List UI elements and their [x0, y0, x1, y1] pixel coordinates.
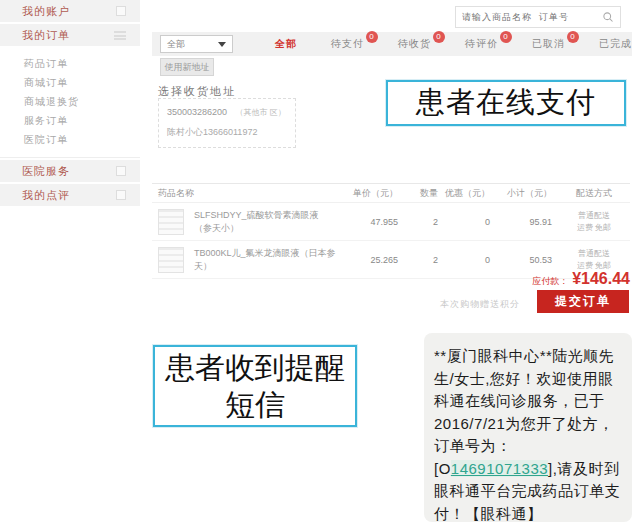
- unit-price: 25.265: [342, 255, 404, 265]
- sidebar-item-service-orders[interactable]: 服务订单: [0, 111, 140, 130]
- discount: 0: [444, 217, 496, 227]
- sidebar-item-account[interactable]: 我的账户: [0, 0, 140, 22]
- unit-price: 47.955: [342, 217, 404, 227]
- subtotal: 95.91: [496, 217, 558, 227]
- address-region-tag: （其他市 区）: [236, 108, 286, 117]
- quantity: 2: [404, 255, 444, 265]
- tab-all[interactable]: 全部: [275, 37, 297, 51]
- sidebar-item-drug-orders[interactable]: 药品订单: [0, 54, 140, 73]
- order-status-tabs: 全部 待支付0 待收货0 待评价0 已取消0 已完成0: [275, 37, 632, 51]
- order-table-header: 药品名称 单价（元） 数量 优惠（元） 小计（元） 配送方式: [152, 183, 630, 203]
- tab-pending-review-badge: 0: [500, 31, 512, 43]
- col-discount: 优惠（元）: [444, 187, 496, 200]
- sms-order-number-link[interactable]: 14691071333: [451, 460, 548, 477]
- col-quantity: 数量: [404, 187, 444, 200]
- order-table: 药品名称 单价（元） 数量 优惠（元） 小计（元） 配送方式 SLFSHDYY_…: [152, 183, 630, 279]
- review-icon: [116, 190, 126, 200]
- total-label: 应付款：: [532, 276, 568, 286]
- sidebar-orders-label: 我的订单: [22, 28, 70, 43]
- points-note: 本次购物赠送积分: [440, 298, 520, 311]
- order-filter-bar: 全部 全部 待支付0 待收货0 待评价0 已取消0 已完成0: [152, 32, 632, 56]
- discount: 0: [444, 255, 496, 265]
- sidebar-divider: [0, 157, 140, 158]
- tab-pending-payment-label: 待支付: [331, 38, 364, 49]
- delivery-method: 普通配送: [578, 249, 610, 258]
- annotation-online-payment: 患者在线支付: [386, 80, 626, 126]
- product-thumbnail: [158, 247, 184, 273]
- col-subtotal: 小计（元）: [496, 187, 558, 200]
- sidebar-account-label: 我的账户: [22, 4, 70, 19]
- tab-cancelled-label: 已取消: [532, 38, 565, 49]
- tab-cancelled[interactable]: 已取消0: [532, 37, 565, 51]
- search-icon[interactable]: [602, 11, 614, 23]
- menu-icon: [114, 31, 126, 40]
- col-drug-name: 药品名称: [152, 187, 342, 200]
- chevron-down-icon: [218, 42, 226, 47]
- sidebar-item-orders[interactable]: 我的订单: [0, 24, 140, 46]
- hospital-icon: [116, 166, 126, 176]
- sidebar: 我的账户 我的订单 药品订单 商城订单 商城退换货 服务订单 医院订单 医院服务…: [0, 0, 140, 208]
- tab-pending-payment[interactable]: 待支付0: [331, 37, 364, 51]
- search-box[interactable]: [455, 6, 621, 28]
- tab-completed-label: 已完成: [599, 38, 632, 49]
- sms-text-before: **厦门眼科中心**陆光顺先生/女士,您好！欢迎使用眼科通在线问诊服务，已于20…: [434, 347, 614, 477]
- product-name: SLFSHDYY_硫酸软骨素滴眼液（参天小）: [194, 209, 336, 235]
- delivery-fee: 运费 免邮: [577, 261, 611, 270]
- col-unit-price: 单价（元）: [342, 187, 404, 200]
- tab-pending-payment-badge: 0: [366, 31, 378, 43]
- tab-pending-receipt[interactable]: 待收货0: [398, 37, 431, 51]
- order-type-dropdown[interactable]: 全部: [160, 35, 233, 53]
- tab-pending-receipt-badge: 0: [433, 31, 445, 43]
- sidebar-reviews-label: 我的点评: [22, 188, 70, 203]
- tab-cancelled-badge: 0: [567, 31, 579, 43]
- delivery-fee: 运费 免邮: [577, 223, 611, 232]
- annotation-sms-received: 患者收到提醒短信: [153, 345, 357, 427]
- sms-message-bubble: **厦门眼科中心**陆光顺先生/女士,您好！欢迎使用眼科通在线问诊服务，已于20…: [424, 333, 632, 522]
- submit-order-button[interactable]: 提交订单: [537, 290, 629, 313]
- new-address-button[interactable]: 使用新地址: [160, 58, 214, 76]
- sidebar-item-mall-returns[interactable]: 商城退换货: [0, 92, 140, 111]
- address-code: 350003286200: [167, 107, 227, 117]
- sidebar-item-hospital-orders[interactable]: 医院订单: [0, 130, 140, 149]
- product-thumbnail: [158, 209, 184, 235]
- tab-pending-receipt-label: 待收货: [398, 38, 431, 49]
- tab-completed[interactable]: 已完成0: [599, 37, 632, 51]
- delivery-method: 普通配送: [578, 211, 610, 220]
- order-type-selected: 全部: [167, 38, 185, 51]
- sidebar-item-reviews[interactable]: 我的点评: [0, 184, 140, 206]
- address-section-title: 选择收货地址: [158, 84, 236, 99]
- subtotal: 50.53: [496, 255, 558, 265]
- total-value: ¥146.44: [572, 270, 630, 287]
- product-name: TB000KL儿_氟米龙滴眼液（日本参天）: [194, 247, 336, 273]
- tab-pending-review[interactable]: 待评价0: [465, 37, 498, 51]
- search-input[interactable]: [462, 12, 602, 22]
- sidebar-hospital-label: 医院服务: [22, 164, 70, 179]
- quantity: 2: [404, 217, 444, 227]
- sidebar-item-hospital-services[interactable]: 医院服务: [0, 160, 140, 182]
- tab-pending-review-label: 待评价: [465, 38, 498, 49]
- user-icon: [116, 6, 126, 16]
- col-delivery: 配送方式: [558, 187, 630, 200]
- table-row[interactable]: SLFSHDYY_硫酸软骨素滴眼液（参天小） 47.955 2 0 95.91 …: [152, 203, 630, 241]
- sidebar-orders-submenu: 药品订单 商城订单 商城退换货 服务订单 医院订单: [0, 48, 140, 157]
- address-contact: 陈村小心13666011972: [167, 126, 287, 139]
- address-card[interactable]: 350003286200 （其他市 区） 陈村小心13666011972: [158, 98, 296, 148]
- order-page: 我的账户 我的订单 药品订单 商城订单 商城退换货 服务订单 医院订单 医院服务…: [0, 0, 632, 522]
- sidebar-item-mall-orders[interactable]: 商城订单: [0, 73, 140, 92]
- order-total: 应付款：¥146.44: [152, 270, 630, 288]
